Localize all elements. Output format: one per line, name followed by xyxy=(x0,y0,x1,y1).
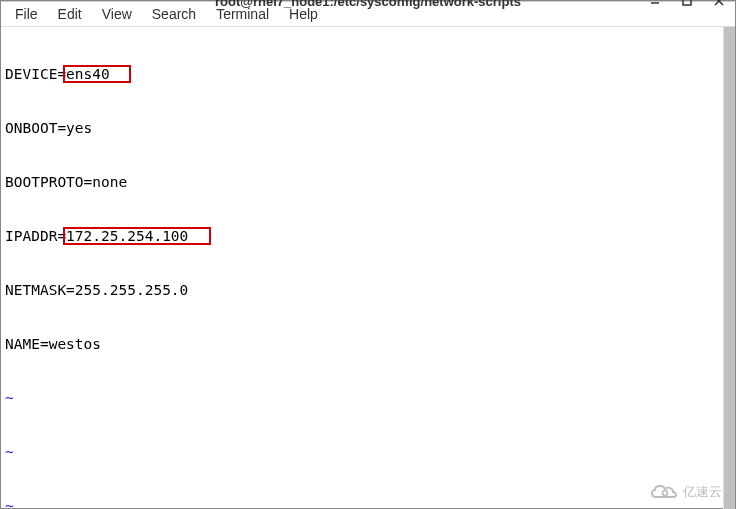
highlight-ipaddr-value xyxy=(63,227,211,245)
terminal-window: root@rhel7_node1:/etc/sysconfig/network-… xyxy=(0,0,736,509)
vim-empty-line: ~ xyxy=(5,389,719,407)
vim-empty-line: ~ xyxy=(5,497,719,509)
highlight-device-value xyxy=(63,65,131,83)
window-controls xyxy=(647,0,727,9)
close-button[interactable] xyxy=(711,0,727,9)
titlebar: root@rhel7_node1:/etc/sysconfig/network-… xyxy=(1,1,735,2)
config-line-device: DEVICE=ens40 xyxy=(5,65,719,83)
config-line-netmask: NETMASK=255.255.255.0 xyxy=(5,281,719,299)
minimize-button[interactable] xyxy=(647,0,663,9)
terminal-content[interactable]: DEVICE=ens40 ONBOOT=yes BOOTPROTO=none I… xyxy=(1,27,723,509)
scrollbar[interactable] xyxy=(723,27,735,509)
device-key: DEVICE= xyxy=(5,66,66,82)
svg-rect-1 xyxy=(683,0,691,5)
menu-edit[interactable]: Edit xyxy=(48,2,92,26)
menu-file[interactable]: File xyxy=(5,2,48,26)
config-line-onboot: ONBOOT=yes xyxy=(5,119,719,137)
maximize-button[interactable] xyxy=(679,0,695,9)
config-line-bootproto: BOOTPROTO=none xyxy=(5,173,719,191)
watermark-text: 亿速云 xyxy=(683,483,722,501)
cloud-icon xyxy=(649,482,679,502)
terminal-area[interactable]: DEVICE=ens40 ONBOOT=yes BOOTPROTO=none I… xyxy=(1,27,735,509)
menu-view[interactable]: View xyxy=(92,2,142,26)
watermark: 亿速云 xyxy=(649,482,722,502)
ipaddr-key: IPADDR= xyxy=(5,228,66,244)
vim-empty-line: ~ xyxy=(5,443,719,461)
config-line-name: NAME=westos xyxy=(5,335,719,353)
scrollbar-thumb[interactable] xyxy=(724,27,735,509)
svg-point-4 xyxy=(663,491,668,496)
config-line-ipaddr: IPADDR=172.25.254.100 xyxy=(5,227,719,245)
menu-search[interactable]: Search xyxy=(142,2,206,26)
window-title: root@rhel7_node1:/etc/sysconfig/network-… xyxy=(215,0,521,9)
